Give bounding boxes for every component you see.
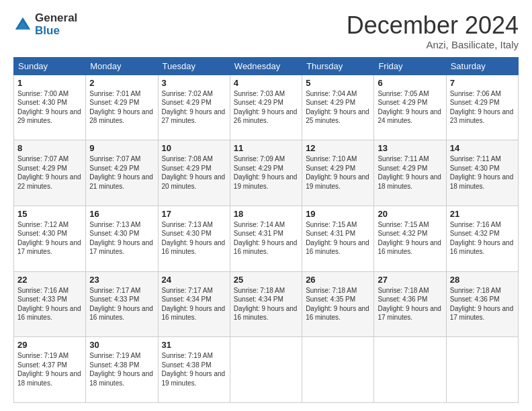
- day-cell-2: 2 Sunrise: 7:01 AM Sunset: 4:29 PM Dayli…: [86, 75, 158, 140]
- day-info: Sunrise: 7:03 AM Sunset: 4:29 PM Dayligh…: [234, 89, 298, 126]
- day-number: 2: [89, 78, 154, 88]
- day-number: 28: [450, 275, 515, 285]
- day-cell-29: 29 Sunrise: 7:19 AM Sunset: 4:37 PM Dayl…: [14, 337, 86, 403]
- day-info: Sunrise: 7:04 AM Sunset: 4:29 PM Dayligh…: [306, 89, 370, 126]
- day-number: 16: [89, 209, 154, 219]
- day-number: 22: [17, 275, 82, 285]
- calendar-week-row: 1 Sunrise: 7:00 AM Sunset: 4:30 PM Dayli…: [14, 75, 519, 140]
- day-cell-26: 26 Sunrise: 7:18 AM Sunset: 4:35 PM Dayl…: [302, 271, 374, 337]
- day-number: 27: [378, 275, 442, 285]
- day-info: Sunrise: 7:15 AM Sunset: 4:32 PM Dayligh…: [378, 220, 442, 257]
- day-info: Sunrise: 7:11 AM Sunset: 4:29 PM Dayligh…: [378, 154, 442, 191]
- day-cell-30: 30 Sunrise: 7:19 AM Sunset: 4:38 PM Dayl…: [86, 337, 158, 403]
- day-info: Sunrise: 7:18 AM Sunset: 4:35 PM Dayligh…: [306, 286, 370, 322]
- col-wednesday: Wednesday: [230, 57, 302, 75]
- day-info: Sunrise: 7:16 AM Sunset: 4:32 PM Dayligh…: [450, 220, 515, 257]
- calendar-week-row: 8 Sunrise: 7:07 AM Sunset: 4:29 PM Dayli…: [14, 140, 519, 206]
- day-cell-23: 23 Sunrise: 7:17 AM Sunset: 4:33 PM Dayl…: [86, 271, 158, 337]
- day-number: 15: [17, 209, 82, 219]
- empty-cell: [374, 337, 446, 403]
- logo-general: General: [35, 12, 77, 25]
- col-tuesday: Tuesday: [158, 57, 230, 75]
- day-info: Sunrise: 7:19 AM Sunset: 4:38 PM Dayligh…: [89, 351, 154, 387]
- day-cell-27: 27 Sunrise: 7:18 AM Sunset: 4:36 PM Dayl…: [374, 271, 446, 337]
- calendar-week-row: 29 Sunrise: 7:19 AM Sunset: 4:37 PM Dayl…: [14, 337, 519, 403]
- day-number: 18: [234, 209, 298, 219]
- calendar-week-row: 15 Sunrise: 7:12 AM Sunset: 4:30 PM Dayl…: [14, 205, 519, 271]
- day-info: Sunrise: 7:16 AM Sunset: 4:33 PM Dayligh…: [17, 286, 82, 322]
- day-cell-25: 25 Sunrise: 7:18 AM Sunset: 4:34 PM Dayl…: [230, 271, 302, 337]
- day-cell-6: 6 Sunrise: 7:05 AM Sunset: 4:29 PM Dayli…: [374, 75, 446, 140]
- day-number: 4: [234, 78, 298, 88]
- day-number: 11: [234, 143, 298, 153]
- col-sunday: Sunday: [14, 57, 86, 75]
- day-cell-22: 22 Sunrise: 7:16 AM Sunset: 4:33 PM Dayl…: [14, 271, 86, 337]
- day-number: 21: [450, 209, 515, 219]
- day-cell-10: 10 Sunrise: 7:08 AM Sunset: 4:29 PM Dayl…: [158, 140, 230, 206]
- day-cell-15: 15 Sunrise: 7:12 AM Sunset: 4:30 PM Dayl…: [14, 205, 86, 271]
- col-friday: Friday: [374, 57, 446, 75]
- empty-cell: [446, 337, 518, 403]
- calendar-week-row: 22 Sunrise: 7:16 AM Sunset: 4:33 PM Dayl…: [14, 271, 519, 337]
- day-number: 19: [306, 209, 370, 219]
- location: Anzi, Basilicate, Italy: [347, 39, 519, 50]
- day-number: 7: [450, 78, 515, 88]
- day-cell-5: 5 Sunrise: 7:04 AM Sunset: 4:29 PM Dayli…: [302, 75, 374, 140]
- day-info: Sunrise: 7:06 AM Sunset: 4:29 PM Dayligh…: [450, 89, 515, 126]
- day-info: Sunrise: 7:15 AM Sunset: 4:31 PM Dayligh…: [306, 220, 370, 257]
- day-info: Sunrise: 7:10 AM Sunset: 4:29 PM Dayligh…: [306, 154, 370, 191]
- day-cell-9: 9 Sunrise: 7:07 AM Sunset: 4:29 PM Dayli…: [86, 140, 158, 206]
- day-number: 25: [234, 275, 298, 285]
- day-info: Sunrise: 7:02 AM Sunset: 4:29 PM Dayligh…: [162, 89, 226, 126]
- day-info: Sunrise: 7:11 AM Sunset: 4:30 PM Dayligh…: [450, 154, 515, 191]
- day-cell-4: 4 Sunrise: 7:03 AM Sunset: 4:29 PM Dayli…: [230, 75, 302, 140]
- day-info: Sunrise: 7:07 AM Sunset: 4:29 PM Dayligh…: [17, 154, 82, 191]
- day-cell-31: 31 Sunrise: 7:19 AM Sunset: 4:38 PM Dayl…: [158, 337, 230, 403]
- day-cell-3: 3 Sunrise: 7:02 AM Sunset: 4:29 PM Dayli…: [158, 75, 230, 140]
- day-number: 26: [306, 275, 370, 285]
- col-thursday: Thursday: [302, 57, 374, 75]
- day-number: 13: [378, 143, 442, 153]
- day-number: 14: [450, 143, 515, 153]
- day-cell-14: 14 Sunrise: 7:11 AM Sunset: 4:30 PM Dayl…: [446, 140, 518, 206]
- day-cell-17: 17 Sunrise: 7:13 AM Sunset: 4:30 PM Dayl…: [158, 205, 230, 271]
- logo-text: General Blue: [35, 12, 77, 37]
- day-cell-8: 8 Sunrise: 7:07 AM Sunset: 4:29 PM Dayli…: [14, 140, 86, 206]
- day-info: Sunrise: 7:19 AM Sunset: 4:38 PM Dayligh…: [162, 351, 226, 387]
- day-cell-20: 20 Sunrise: 7:15 AM Sunset: 4:32 PM Dayl…: [374, 205, 446, 271]
- day-number: 5: [306, 78, 370, 88]
- day-cell-28: 28 Sunrise: 7:18 AM Sunset: 4:36 PM Dayl…: [446, 271, 518, 337]
- day-info: Sunrise: 7:01 AM Sunset: 4:29 PM Dayligh…: [89, 89, 154, 126]
- day-cell-19: 19 Sunrise: 7:15 AM Sunset: 4:31 PM Dayl…: [302, 205, 374, 271]
- day-info: Sunrise: 7:13 AM Sunset: 4:30 PM Dayligh…: [162, 220, 226, 257]
- day-info: Sunrise: 7:08 AM Sunset: 4:29 PM Dayligh…: [162, 154, 226, 191]
- calendar-table: Sunday Monday Tuesday Wednesday Thursday…: [13, 57, 519, 403]
- col-saturday: Saturday: [446, 57, 518, 75]
- day-cell-11: 11 Sunrise: 7:09 AM Sunset: 4:29 PM Dayl…: [230, 140, 302, 206]
- header: General Blue December 2024 Anzi, Basilic…: [13, 12, 519, 50]
- day-cell-16: 16 Sunrise: 7:13 AM Sunset: 4:30 PM Dayl…: [86, 205, 158, 271]
- day-cell-13: 13 Sunrise: 7:11 AM Sunset: 4:29 PM Dayl…: [374, 140, 446, 206]
- day-number: 8: [17, 143, 82, 153]
- day-info: Sunrise: 7:17 AM Sunset: 4:33 PM Dayligh…: [89, 286, 154, 322]
- day-info: Sunrise: 7:18 AM Sunset: 4:36 PM Dayligh…: [450, 286, 515, 322]
- day-number: 30: [89, 340, 154, 350]
- day-info: Sunrise: 7:07 AM Sunset: 4:29 PM Dayligh…: [89, 154, 154, 191]
- col-monday: Monday: [86, 57, 158, 75]
- page: General Blue December 2024 Anzi, Basilic…: [0, 0, 532, 411]
- month-title: December 2024: [347, 12, 519, 39]
- day-number: 10: [162, 143, 226, 153]
- day-info: Sunrise: 7:13 AM Sunset: 4:30 PM Dayligh…: [89, 220, 154, 257]
- logo-blue: Blue: [35, 25, 77, 38]
- day-number: 29: [17, 340, 82, 350]
- weekday-header-row: Sunday Monday Tuesday Wednesday Thursday…: [14, 57, 519, 75]
- day-cell-21: 21 Sunrise: 7:16 AM Sunset: 4:32 PM Dayl…: [446, 205, 518, 271]
- day-info: Sunrise: 7:18 AM Sunset: 4:36 PM Dayligh…: [378, 286, 442, 322]
- day-info: Sunrise: 7:05 AM Sunset: 4:29 PM Dayligh…: [378, 89, 442, 126]
- day-cell-12: 12 Sunrise: 7:10 AM Sunset: 4:29 PM Dayl…: [302, 140, 374, 206]
- day-cell-24: 24 Sunrise: 7:17 AM Sunset: 4:34 PM Dayl…: [158, 271, 230, 337]
- day-number: 31: [162, 340, 226, 350]
- logo-icon: [13, 15, 32, 34]
- day-info: Sunrise: 7:18 AM Sunset: 4:34 PM Dayligh…: [234, 286, 298, 322]
- day-number: 9: [89, 143, 154, 153]
